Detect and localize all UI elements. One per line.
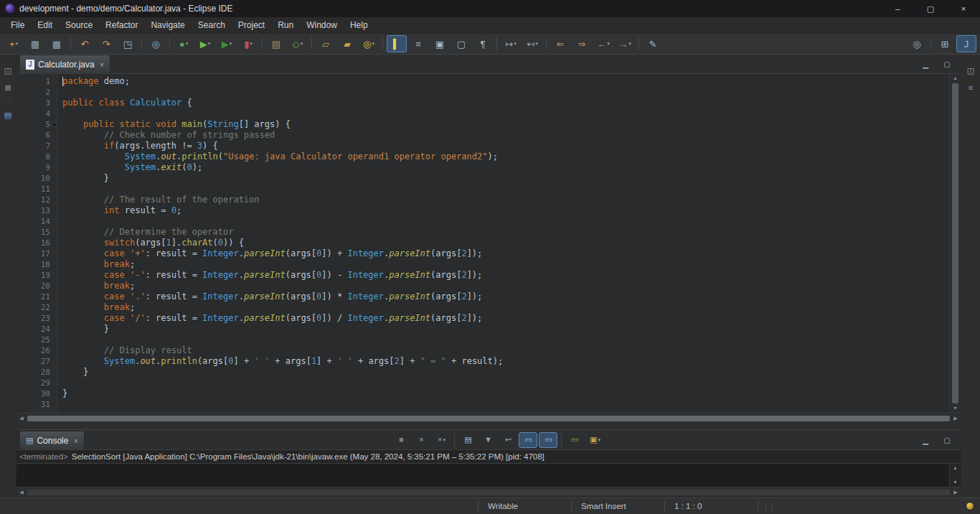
- line-number[interactable]: 17: [17, 248, 57, 259]
- line-number[interactable]: 12: [17, 195, 57, 205]
- scroll-down-icon[interactable]: ▼: [953, 404, 958, 413]
- line-number[interactable]: 8: [17, 151, 57, 162]
- line-number[interactable]: 11: [17, 184, 57, 195]
- line-number[interactable]: 30: [17, 388, 57, 399]
- new-wizard-icon[interactable]: +▾: [4, 35, 24, 52]
- import-projects-icon[interactable]: ▰: [337, 35, 357, 52]
- open-perspective-mini-icon[interactable]: ⊞: [0, 80, 17, 95]
- line-number[interactable]: 19: [17, 270, 57, 281]
- console-tab-close-icon[interactable]: ×: [73, 436, 77, 445]
- run-icon[interactable]: ▶▾: [195, 35, 215, 52]
- save-all-icon[interactable]: ▩: [47, 35, 67, 52]
- debug-icon[interactable]: ●▾: [174, 35, 194, 52]
- tab-calculator-java[interactable]: J Calculator.java ×: [19, 55, 110, 73]
- minimize-button[interactable]: –: [881, 0, 914, 17]
- line-number[interactable]: 16: [17, 238, 57, 248]
- run-external-tools-icon[interactable]: ▶▾: [217, 35, 237, 52]
- new-java-project-icon[interactable]: ▤: [266, 35, 286, 52]
- open-folder-icon[interactable]: ▱: [316, 35, 336, 52]
- externalize-strings-icon[interactable]: ≡: [408, 35, 428, 52]
- save-icon[interactable]: ▦: [25, 35, 45, 52]
- line-number[interactable]: 10: [17, 173, 57, 184]
- open-perspective-icon[interactable]: ⊞: [935, 35, 955, 52]
- show-console-on-output-icon[interactable]: ▭: [519, 432, 537, 448]
- menu-navigate[interactable]: Navigate: [144, 17, 191, 33]
- line-number[interactable]: 29: [17, 378, 57, 388]
- line-number[interactable]: 9: [17, 162, 57, 173]
- line-number[interactable]: 7: [17, 141, 57, 151]
- back-history-icon[interactable]: ←▾: [593, 35, 613, 52]
- tab-console[interactable]: ▤ Console ×: [19, 431, 85, 449]
- package-explorer-icon[interactable]: ▤: [0, 108, 17, 122]
- line-number[interactable]: 20: [17, 281, 57, 291]
- word-wrap-icon[interactable]: ↩: [499, 432, 517, 448]
- line-number[interactable]: 1: [17, 76, 57, 87]
- line-number[interactable]: 15: [17, 227, 57, 238]
- menu-edit[interactable]: Edit: [31, 17, 59, 33]
- line-number[interactable]: 26: [17, 345, 57, 356]
- line-number[interactable]: 2: [17, 87, 57, 98]
- line-number[interactable]: 27: [17, 356, 57, 367]
- line-number[interactable]: 14: [17, 216, 57, 227]
- close-button[interactable]: ×: [947, 0, 980, 17]
- next-edit-location-icon[interactable]: ⇒: [572, 35, 592, 52]
- line-number[interactable]: 3: [17, 98, 57, 108]
- restore-right-views-icon[interactable]: ◫: [962, 63, 979, 78]
- line-number[interactable]: 13: [17, 205, 57, 216]
- tab-close-icon[interactable]: ×: [100, 60, 104, 69]
- show-whitespace-icon[interactable]: ¶: [473, 35, 493, 52]
- clear-console-icon[interactable]: ▤: [458, 432, 477, 448]
- line-number[interactable]: 4: [17, 108, 57, 119]
- scroll-up-icon[interactable]: ▲: [953, 74, 958, 83]
- last-edit-location-icon[interactable]: ✎: [643, 35, 663, 52]
- coverage-icon[interactable]: ▮▾: [238, 35, 258, 52]
- insert-mode-status[interactable]: Smart Insert: [572, 502, 664, 510]
- line-number[interactable]: 28: [17, 367, 57, 378]
- menu-file[interactable]: File: [4, 17, 31, 33]
- editor-horizontal-scrollbar[interactable]: ◀ ▶: [17, 413, 961, 424]
- previous-edit-location-icon[interactable]: ⇐: [550, 35, 570, 52]
- remove-all-launches-icon[interactable]: ×▾: [432, 432, 451, 448]
- menu-run[interactable]: Run: [271, 17, 300, 33]
- line-number[interactable]: 5: [17, 119, 57, 130]
- open-element-icon[interactable]: ◳: [118, 35, 138, 52]
- console-scroll-down-icon[interactable]: ▼: [953, 478, 958, 487]
- toggle-mark-occurrences-icon[interactable]: ▍: [387, 35, 407, 52]
- console-output-area[interactable]: ▲ ▼: [17, 464, 961, 487]
- search-flashlight-icon[interactable]: ◎▾: [359, 35, 379, 52]
- redo-icon[interactable]: ↷: [96, 35, 116, 52]
- show-console-on-error-icon[interactable]: ▭: [539, 432, 557, 448]
- maximize-button[interactable]: ▢: [914, 0, 947, 17]
- line-number[interactable]: 6: [17, 130, 57, 141]
- remove-launch-icon[interactable]: ×: [412, 432, 430, 448]
- new-snippet-icon[interactable]: ▢: [451, 35, 471, 52]
- scroll-left-icon[interactable]: ◀: [17, 413, 27, 424]
- console-scroll-right-icon[interactable]: ▶: [951, 487, 961, 497]
- console-scroll-left-icon[interactable]: ◀: [17, 487, 27, 497]
- java-perspective-icon[interactable]: J: [956, 35, 976, 52]
- code-editor[interactable]: 1234567891011121314151617181920212223242…: [17, 74, 961, 413]
- terminate-icon[interactable]: ■: [392, 432, 410, 448]
- menu-refactor[interactable]: Refactor: [99, 17, 144, 33]
- notification-icon[interactable]: [966, 502, 974, 510]
- console-vertical-scrollbar[interactable]: ▲ ▼: [949, 464, 961, 487]
- open-console-icon[interactable]: ▣▾: [585, 432, 604, 448]
- new-java-class-icon[interactable]: ◇▾: [288, 35, 308, 52]
- console-horizontal-scrollbar[interactable]: ◀ ▶: [17, 487, 961, 497]
- console-scroll-up-icon[interactable]: ▲: [953, 464, 958, 472]
- editor-console-sash[interactable]: [17, 424, 961, 429]
- line-number[interactable]: 22: [17, 302, 57, 313]
- maximize-editor-area-icon[interactable]: ▢: [937, 56, 957, 73]
- menu-help[interactable]: Help: [344, 17, 374, 33]
- scroll-lock-icon[interactable]: ▼: [479, 432, 497, 448]
- scroll-right-icon[interactable]: ▶: [951, 413, 961, 424]
- open-task-icon[interactable]: ▣: [430, 35, 450, 52]
- outline-view-icon[interactable]: ≡: [962, 80, 979, 95]
- forward-history-icon[interactable]: →▾: [615, 35, 635, 52]
- next-annotation-icon[interactable]: ↦▾: [501, 35, 521, 52]
- console-hscroll-thumb[interactable]: [27, 490, 950, 495]
- line-number[interactable]: 25: [17, 335, 57, 345]
- undo-icon[interactable]: ↶: [75, 35, 95, 52]
- maximize-console-view-icon[interactable]: ▢: [937, 432, 957, 449]
- editor-vertical-scrollbar[interactable]: ▲ ▼: [949, 74, 961, 413]
